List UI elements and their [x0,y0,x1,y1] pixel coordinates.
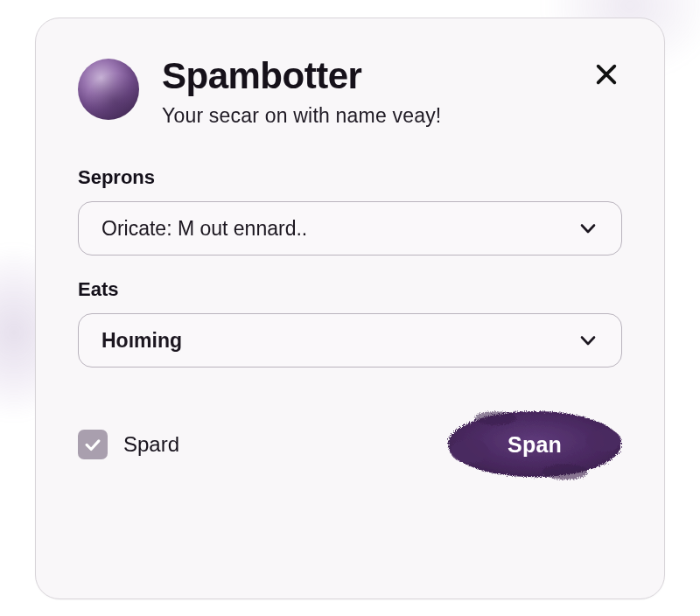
avatar [78,59,139,120]
primary-button-label: Span [508,432,562,458]
checkbox-label: Spard [123,432,179,457]
svg-point-3 [542,464,588,480]
dialog-subtitle: Your secar on with name veay! [162,104,441,128]
close-button[interactable] [587,55,626,94]
select-value-eats: Hoıming [102,329,182,353]
title-block: Spambotter Your secar on with name veay! [162,53,441,128]
dialog-header: Spambotter Your secar on with name veay! [78,53,622,128]
field-label-seprons: Seprons [78,166,622,189]
chevron-down-icon [578,330,598,351]
checkbox-spard[interactable] [78,430,108,459]
close-icon [594,62,619,87]
svg-point-1 [451,439,489,464]
select-eats[interactable]: Hoıming [78,313,622,368]
dialog-title: Spambotter [162,57,441,95]
svg-point-2 [586,430,621,452]
select-seprons[interactable]: Oricate: M out ennard.. [78,201,622,256]
select-value-seprons: Oricate: M out ennard.. [102,217,307,241]
checkbox-row: Spard [78,430,179,459]
primary-button[interactable]: Span [447,410,622,480]
check-icon [83,435,102,454]
field-seprons: Seprons Oricate: M out ennard.. [78,166,622,256]
dialog-footer: Spard [78,410,622,480]
dialog-card: Spambotter Your secar on with name veay!… [35,18,665,599]
field-label-eats: Eats [78,278,622,301]
svg-point-4 [475,411,517,425]
field-eats: Eats Hoıming [78,278,622,368]
chevron-down-icon [578,218,598,239]
